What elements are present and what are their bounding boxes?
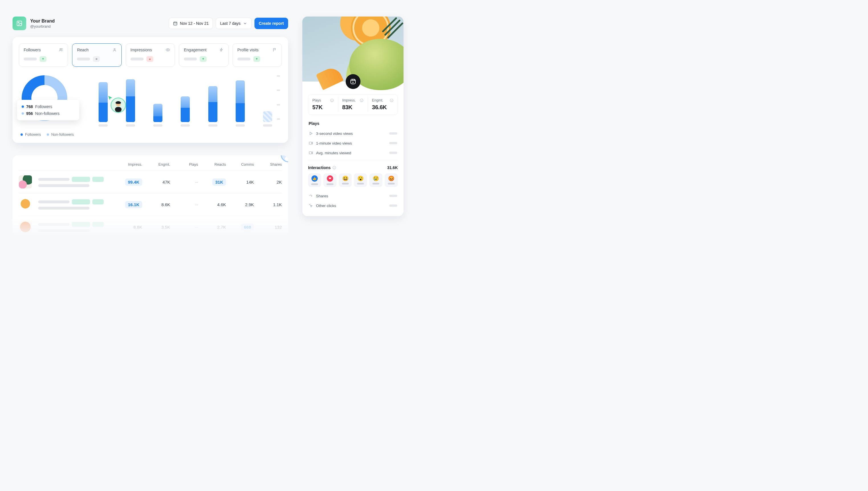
svg-rect-17: [309, 142, 312, 144]
video-icon: [309, 150, 313, 155]
reaction-haha[interactable]: 😆: [339, 173, 352, 187]
reaction-count-placeholder: [311, 183, 318, 185]
svg-point-1: [18, 22, 19, 23]
cell-impress: 8.8K: [117, 225, 142, 230]
bar: [95, 82, 111, 126]
metric-label: Impressions: [130, 48, 152, 52]
metric-value-placeholder: [130, 58, 144, 60]
info-icon[interactable]: [330, 98, 334, 103]
subtitle-placeholder: [38, 207, 90, 209]
col-shares: Shares: [256, 162, 282, 167]
metric-reach[interactable]: Reach: [72, 44, 121, 67]
post-title-col: [38, 177, 114, 187]
reaction-angry[interactable]: 😡: [385, 173, 398, 187]
date-range-picker[interactable]: Nov 12 - Nov 21: [169, 18, 213, 29]
angry-icon: 😡: [388, 176, 394, 181]
video-icon: [309, 141, 313, 145]
metric-impressions[interactable]: Impressions: [126, 44, 175, 67]
svg-point-10: [282, 148, 295, 162]
cell-plays: --: [173, 202, 198, 207]
tag-placeholder: [72, 199, 90, 204]
reaction-sad[interactable]: 😢: [369, 173, 382, 187]
legend-nonfollowers: Non-followers: [51, 132, 74, 137]
love-icon: ❤: [327, 175, 333, 182]
metric-profile-visits[interactable]: Profile visits: [232, 44, 282, 67]
table-row[interactable]: 8.8K3.5K--2.7K668132: [19, 215, 282, 238]
cell-reacts: 31K: [200, 178, 226, 185]
info-icon[interactable]: [360, 98, 364, 103]
brand-handle: @yourbrand: [30, 24, 55, 29]
info-icon[interactable]: [332, 166, 336, 170]
table-row[interactable]: 16.1K8.6K--4.6K2.9K1.1K: [19, 193, 282, 215]
metric-value-placeholder: [24, 58, 37, 60]
cell-reacts: 2.7K: [200, 225, 226, 230]
cell-shares: 2K: [256, 180, 282, 184]
date-range-label: Nov 12 - Nov 21: [180, 21, 209, 26]
title-placeholder: [38, 223, 69, 226]
share-icon: [309, 194, 313, 198]
arrow-up-icon: [41, 58, 44, 60]
plays-title: Plays: [309, 121, 398, 126]
bar: [259, 111, 276, 126]
kpi-engmt: Engmt. 36.6K: [368, 97, 395, 112]
haha-icon: 😆: [342, 176, 348, 181]
info-icon[interactable]: [390, 98, 394, 103]
reaction-wow[interactable]: 😮: [354, 173, 367, 187]
metric-label: Profile visits: [237, 48, 259, 52]
metric-engagement[interactable]: Engagement: [179, 44, 228, 67]
header: Your Brand @yourbrand Nov 12 - Nov 21 La…: [12, 17, 288, 30]
cell-plays: --: [173, 180, 198, 184]
posts-card: Impress. Engmt. Plays Reacts Comms Share…: [12, 155, 288, 238]
cell-comms: 14K: [228, 180, 254, 184]
row-value-placeholder: [389, 204, 397, 207]
metric-label: Engagement: [184, 48, 206, 52]
svg-point-4: [62, 49, 62, 49]
reel-icon: [350, 79, 356, 85]
metric-value-placeholder: [184, 58, 197, 60]
col-impress: Impress.: [117, 162, 142, 167]
svg-rect-12: [285, 156, 292, 162]
svg-point-5: [114, 49, 116, 50]
tooltip-followers-value: 768: [26, 104, 33, 109]
plays-row-3sec: 3-second video views: [308, 128, 398, 138]
create-report-button[interactable]: Create report: [254, 18, 288, 29]
interactions-header: Interactions 31.6K: [308, 165, 398, 170]
image-placeholder-icon: [16, 20, 23, 27]
bar: [150, 104, 166, 126]
svg-point-11: [286, 150, 291, 156]
reaction-like[interactable]: 👍: [308, 173, 321, 187]
overview-card: Followers Reach: [12, 37, 288, 143]
svg-rect-13: [350, 79, 355, 84]
cell-engmt: 3.5K: [145, 225, 170, 230]
col-plays: Plays: [173, 162, 198, 167]
legend-dot-nonfollowers: [22, 112, 24, 115]
tooltip-nonfollowers-label: Non-followers: [35, 111, 60, 116]
interactions-label: Interactions: [308, 165, 331, 170]
reaction-count-placeholder: [342, 183, 349, 184]
wow-icon: 😮: [358, 176, 364, 181]
reel-badge: [346, 74, 361, 89]
reaction-love[interactable]: ❤: [323, 173, 337, 187]
table-row[interactable]: 99.4K47K--31K14K2K: [19, 171, 282, 193]
period-select[interactable]: Last 7 days: [216, 18, 252, 29]
svg-point-6: [167, 49, 168, 50]
svg-rect-2: [174, 22, 177, 25]
metric-followers[interactable]: Followers: [19, 44, 68, 67]
row-label: Other clicks: [316, 204, 336, 208]
kpi-label: Plays: [312, 98, 321, 103]
tooltip-nonfollowers-value: 956: [26, 111, 33, 116]
cell-shares: 1.1K: [256, 202, 282, 207]
media-decor: [379, 17, 404, 40]
cell-plays: --: [173, 225, 198, 230]
tag-placeholder: [92, 199, 104, 204]
reaction-count-placeholder: [372, 183, 379, 184]
bar-label-placeholder: [236, 124, 245, 126]
user-icon: [112, 48, 117, 52]
svg-rect-18: [309, 152, 312, 154]
kpi-value: 83K: [342, 104, 364, 111]
post-thumbnail: [19, 198, 32, 211]
title-placeholder: [38, 178, 69, 181]
chart-legend: Followers Non-followers: [19, 132, 282, 137]
bar-label-placeholder: [99, 124, 108, 126]
bar: [205, 86, 221, 126]
